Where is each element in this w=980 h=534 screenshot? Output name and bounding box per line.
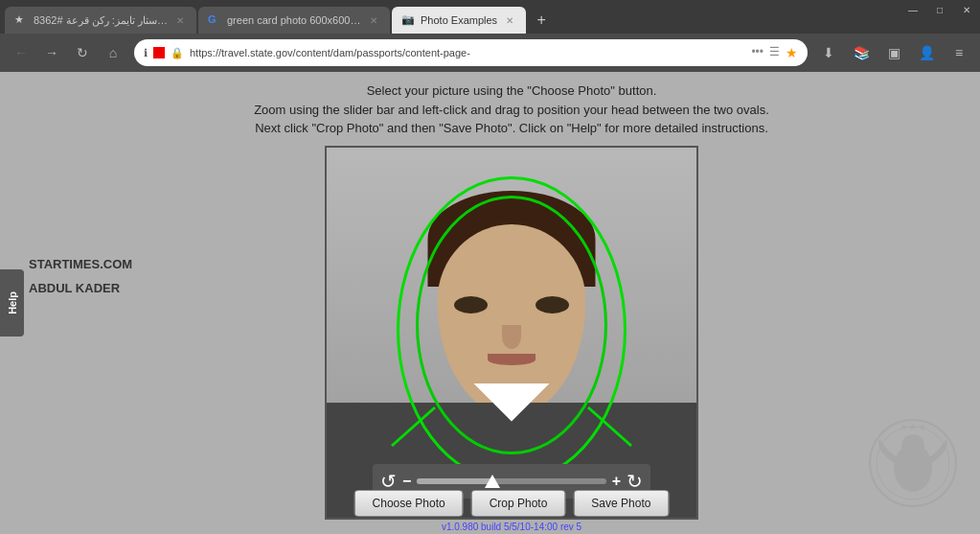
slider-fill xyxy=(417,478,492,484)
tab-greencard[interactable]: G green card photo 600x600 - Rech... ✕ xyxy=(198,7,390,34)
security-info-icon[interactable]: ℹ xyxy=(144,47,148,59)
svg-point-5 xyxy=(901,434,924,457)
tab-label-arabic: منتديات ستار تايمز: ركن قرعة #8362;&# xyxy=(34,14,168,27)
new-tab-button[interactable]: + xyxy=(528,7,555,34)
window-controls[interactable]: — □ ✕ xyxy=(900,0,980,19)
zoom-in-button[interactable]: + xyxy=(612,473,621,490)
save-photo-button[interactable]: Save Photo xyxy=(573,490,669,517)
slider-thumb[interactable] xyxy=(485,475,500,488)
page-content: Help STARTIMES.COM ABDUL KADER Select yo… xyxy=(0,72,980,534)
tab-close-greencard[interactable]: ✕ xyxy=(367,13,380,27)
close-button[interactable]: ✕ xyxy=(953,0,980,19)
account-icon[interactable]: 👤 xyxy=(913,39,940,66)
bottom-buttons: Choose Photo Crop Photo Save Photo xyxy=(354,490,670,517)
download-icon[interactable]: ⬇ xyxy=(815,39,842,66)
home-button[interactable]: ⌂ xyxy=(100,39,126,66)
instruction-text: Select your picture using the "Choose Ph… xyxy=(254,81,769,138)
browser-chrome: — □ ✕ ★ منتديات ستار تايمز: ركن قرعة #83… xyxy=(0,0,980,72)
svg-line-0 xyxy=(392,407,435,446)
svg-text:★ ★ ★: ★ ★ ★ xyxy=(900,423,924,431)
tab-photoexamples[interactable]: 📷 Photo Examples ✕ xyxy=(392,7,526,34)
zoom-out-button[interactable]: − xyxy=(402,473,411,490)
crop-photo-button[interactable]: Crop Photo xyxy=(471,490,566,517)
menu-icon[interactable]: ≡ xyxy=(946,39,972,66)
address-bar[interactable]: ℹ 🔒 https://travel.state.gov/content/dam… xyxy=(134,39,808,66)
instruction-line-1: Select your picture using the "Choose Ph… xyxy=(254,81,769,101)
tab-close-arabic[interactable]: ✕ xyxy=(173,13,187,27)
zoom-slider-track[interactable] xyxy=(417,478,605,484)
library-icon[interactable]: 📚 xyxy=(848,39,875,66)
rotate-left-icon[interactable]: ↺ xyxy=(380,470,397,493)
help-tab-label: Help xyxy=(7,291,18,314)
maximize-button[interactable]: □ xyxy=(926,0,953,19)
choose-photo-button[interactable]: Choose Photo xyxy=(354,490,464,517)
left-sidebar: Help STARTIMES.COM ABDUL KADER xyxy=(0,72,43,534)
guide-lines-svg xyxy=(377,388,646,465)
tab-label-photo: Photo Examples xyxy=(421,14,497,26)
help-tab[interactable]: Help xyxy=(0,269,24,337)
tab-close-photo[interactable]: ✕ xyxy=(503,13,516,27)
more-button[interactable]: ••• xyxy=(751,45,763,60)
nav-bar: ← → ↻ ⌂ ℹ 🔒 https://travel.state.gov/con… xyxy=(0,34,980,72)
main-area: Select your picture using the "Choose Ph… xyxy=(43,72,980,534)
address-text[interactable]: https://travel.state.gov/content/dam/pas… xyxy=(190,47,745,58)
instruction-line-3: Next click "Crop Photo" and then "Save P… xyxy=(254,119,769,138)
tab-favicon-greencard: G xyxy=(208,13,221,27)
bookmark-icon xyxy=(153,47,165,58)
svg-line-1 xyxy=(588,407,631,446)
sidebar-icon[interactable]: ▣ xyxy=(880,39,907,66)
instruction-line-2: Zoom using the slider bar and left-click… xyxy=(254,101,769,120)
minimize-button[interactable]: — xyxy=(900,0,926,19)
back-button[interactable]: ← xyxy=(8,39,34,66)
toolbar-icons: ⬇ 📚 ▣ 👤 ≡ xyxy=(815,39,972,66)
reload-button[interactable]: ↻ xyxy=(69,39,96,66)
reader-icon[interactable]: ☰ xyxy=(769,45,780,60)
photo-container[interactable]: ↺ − + ↻ xyxy=(325,146,698,520)
nav-icons-right: ••• ☰ ★ xyxy=(751,45,798,60)
tab-arabic[interactable]: ★ منتديات ستار تايمز: ركن قرعة #8362;&# … xyxy=(5,7,196,34)
watermark: ★ ★ ★ xyxy=(865,415,961,515)
rotate-right-icon[interactable]: ↻ xyxy=(627,470,643,493)
version-text: v1.0.980 build 5/5/10-14:00 rev 5 xyxy=(442,522,581,532)
tab-favicon-photo: 📷 xyxy=(401,13,415,27)
tab-favicon-arabic: ★ xyxy=(14,13,28,27)
bookmark-star-icon[interactable]: ★ xyxy=(786,45,798,60)
lock-icon: 🔒 xyxy=(171,47,184,59)
tab-bar: ★ منتديات ستار تايمز: ركن قرعة #8362;&# … xyxy=(0,0,980,34)
forward-button[interactable]: → xyxy=(38,39,65,66)
tab-label-greencard: green card photo 600x600 - Rech... xyxy=(227,14,361,26)
